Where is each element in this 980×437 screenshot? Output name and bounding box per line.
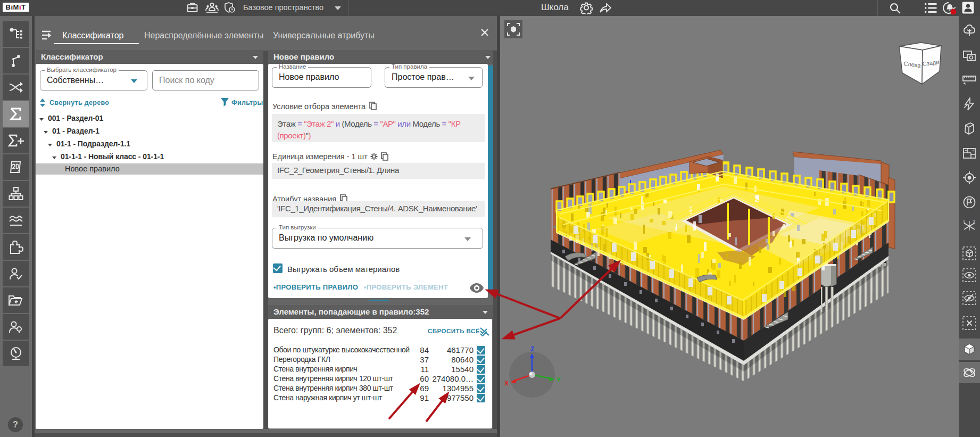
svg-text:Z: Z [530,345,534,353]
svg-text:X: X [504,380,509,387]
svg-text:1: 1 [963,220,965,224]
svg-text:Y: Y [557,376,561,384]
svg-text:2: 2 [973,220,975,224]
